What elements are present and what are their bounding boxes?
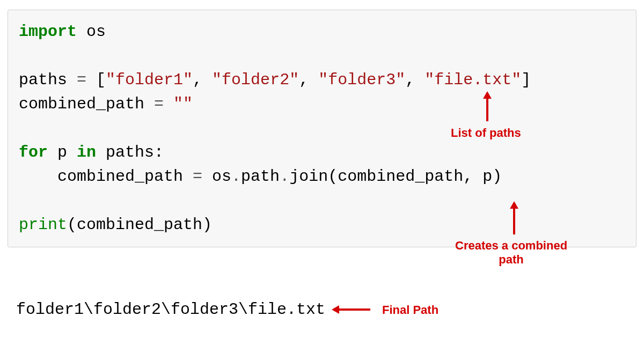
arrow-up-icon: [481, 91, 494, 123]
keyword-import: import: [19, 23, 77, 41]
loop-var: p: [48, 143, 77, 161]
string-folder3: "folder3": [318, 71, 405, 89]
comma: ,: [299, 71, 318, 89]
annotation-list-paths: List of paths: [451, 126, 521, 140]
op-eq: =: [193, 167, 202, 186]
var-paths: paths: [19, 71, 77, 89]
var-combined-path: combined_path: [19, 95, 154, 113]
path-attr: path: [241, 167, 280, 186]
svg-marker-3: [510, 201, 518, 209]
print-args: (combined_path): [67, 216, 212, 234]
arrow-left-icon: [332, 303, 372, 316]
comma: ,: [193, 71, 212, 89]
op-eq: =: [154, 95, 164, 113]
dot: .: [231, 167, 241, 186]
svg-marker-1: [483, 91, 492, 99]
space: [164, 95, 173, 113]
keyword-in: in: [77, 143, 96, 161]
keyword-for: for: [19, 143, 48, 161]
string-folder1: "folder1": [106, 71, 193, 89]
code-block: import os paths = ["folder1", "folder2",…: [8, 10, 636, 247]
os-ref: os: [202, 167, 231, 186]
arrow-up-icon: [508, 201, 521, 236]
indent-assign: combined_path: [19, 167, 193, 186]
string-empty: "": [173, 95, 193, 113]
string-folder2: "folder2": [212, 71, 299, 89]
join-call: join(combined_path, p): [289, 167, 502, 186]
annotation-combined-path: Creates a combined path: [455, 239, 567, 267]
string-filetxt: "file.txt": [425, 71, 521, 89]
annotation-final-path: Final Path: [382, 303, 438, 317]
bracket-close: ]: [521, 71, 531, 89]
func-print: print: [19, 216, 67, 234]
output-text: folder1\folder2\folder3\file.txt: [16, 300, 325, 319]
loop-iter: paths:: [96, 143, 164, 161]
op-eq: =: [77, 71, 86, 89]
module-os: os: [77, 23, 106, 41]
comma: ,: [405, 71, 425, 89]
dot: .: [280, 167, 289, 186]
svg-marker-5: [332, 305, 339, 314]
bracket-open: [: [86, 71, 106, 89]
